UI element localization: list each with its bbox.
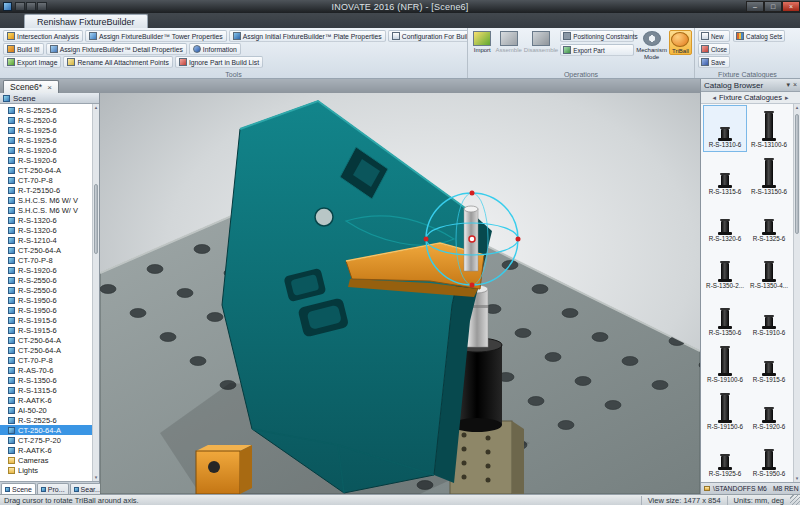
rename-all-attachment-points-button[interactable]: Rename All Attachment Points [63, 56, 172, 68]
tree-item-r-s-1210-4[interactable]: R-S-1210-4 [0, 235, 99, 245]
tree-item-r-s-1925-6[interactable]: R-S-1925-6 [0, 135, 99, 145]
tree-item-r-aatk-6[interactable]: R-AATK-6 [0, 445, 99, 455]
tree-item-ai-50-20[interactable]: AI-50-20 [0, 405, 99, 415]
tree-item-cameras[interactable]: Cameras [0, 455, 99, 465]
information-button[interactable]: Information [189, 43, 241, 55]
pin-icon[interactable]: ▾ [786, 81, 790, 89]
tab-scene[interactable]: Scene [1, 483, 36, 494]
tree-scrollbar[interactable]: ▴ ▾ [92, 104, 99, 481]
catalog-scroll-up-icon[interactable]: ▴ [794, 104, 800, 111]
tree-item-s-h-c-s-m6-w-v[interactable]: S.H.C.S. M6 W/ V [0, 205, 99, 215]
catalog-next-icon[interactable]: ▸ [785, 94, 789, 102]
catalog-scrollbar[interactable]: ▴ ▾ [793, 104, 800, 482]
viewport-3d[interactable] [100, 93, 700, 494]
catalog-item-r-s-1320-6[interactable]: R-S-1320-6 [703, 199, 747, 246]
tree-item-r-s-2525-6[interactable]: R-S-2525-6 [0, 105, 99, 115]
catalog-item-r-s-1915-6[interactable]: R-S-1915-6 [747, 340, 791, 387]
tab-properties[interactable]: Pro... [37, 483, 69, 494]
tree-item-ct-70-p-8[interactable]: CT-70-P-8 [0, 255, 99, 265]
catalog-sets-button[interactable]: Catalog Sets [733, 30, 785, 42]
tree-item-ct-250-64-a[interactable]: CT-250-64-A [0, 165, 99, 175]
save-button[interactable]: Save [698, 56, 730, 68]
tree-scrollbar-thumb[interactable] [94, 184, 98, 254]
assemble-button[interactable]: Assemble [496, 30, 522, 53]
tree-item-lights[interactable]: Lights [0, 465, 99, 475]
triball-button[interactable]: TriBall [669, 30, 692, 55]
triball-handle-right[interactable] [516, 237, 521, 242]
tree-item-s-h-c-s-m6-w-v[interactable]: S.H.C.S. M6 W/ V [0, 195, 99, 205]
tree-item-r-s-2550-6[interactable]: R-S-2550-6 [0, 275, 99, 285]
tree-item-r-t-25150-6[interactable]: R-T-25150-6 [0, 185, 99, 195]
tree-item-r-s-1350-6[interactable]: R-S-1350-6 [0, 375, 99, 385]
import-button[interactable]: Import [471, 30, 494, 53]
tree-item-r-s-1920-6[interactable]: R-S-1920-6 [0, 145, 99, 155]
tree-item-ct-70-p-8[interactable]: CT-70-P-8 [0, 355, 99, 365]
triball-handle-left[interactable] [424, 237, 429, 242]
tree-item-ct-275-p-20[interactable]: CT-275-P-20 [0, 435, 99, 445]
disassemble-button[interactable]: Disassemble [524, 30, 558, 53]
quick-access-button-2[interactable] [26, 2, 36, 11]
triball-center-handle[interactable] [469, 236, 475, 242]
catalog-prev-icon[interactable]: ◂ [713, 94, 717, 102]
assign-fixturebuilder-tower-properties-button[interactable]: Assign FixtureBuilder™ Tower Properties [85, 30, 227, 42]
tree-item-r-s-1315-6[interactable]: R-S-1315-6 [0, 385, 99, 395]
catalog-item-r-s-1315-6[interactable]: R-S-1315-6 [703, 152, 747, 199]
scroll-up-icon[interactable]: ▴ [93, 104, 99, 111]
riser-block[interactable] [450, 421, 524, 494]
tree-item-ct-250-64-a[interactable]: CT-250-64-A [0, 425, 99, 435]
tree-item-r-s-2525-6[interactable]: R-S-2525-6 [0, 415, 99, 425]
catalog-item-r-s-1950-6[interactable]: R-S-1950-6 [747, 434, 791, 481]
intersection-analysis-button[interactable]: Intersection Analysis [3, 30, 83, 42]
close-button[interactable]: × [782, 1, 800, 12]
catalog-tab-standoffs[interactable]: \STANDOFFS M6 [713, 485, 767, 492]
quick-access-button-3[interactable] [37, 2, 47, 11]
tab-scene6[interactable]: Scene6* × [3, 80, 59, 93]
tree-item-ct-250-64-a[interactable]: CT-250-64-A [0, 345, 99, 355]
tab-close-icon[interactable]: × [47, 83, 52, 92]
tree-item-r-s-2550-6[interactable]: R-S-2550-6 [0, 285, 99, 295]
scroll-down-icon[interactable]: ▾ [93, 474, 99, 481]
catalog-item-r-s-13100-6[interactable]: R-S-13100-6 [747, 105, 791, 152]
export-part-button[interactable]: Export Part [560, 44, 634, 56]
tree-item-r-s-1915-6[interactable]: R-S-1915-6 [0, 325, 99, 335]
tree-item-r-aatk-6[interactable]: R-AATK-6 [0, 395, 99, 405]
build-it-button[interactable]: Build It! [3, 43, 44, 55]
panel-close-icon[interactable]: × [793, 81, 797, 89]
configuration-for-build-instructions-button[interactable]: Configuration For Build Instructions [388, 30, 468, 42]
quick-access-button-1[interactable] [15, 2, 25, 11]
catalog-item-r-s-13150-6[interactable]: R-S-13150-6 [747, 152, 791, 199]
tree-item-r-s-2520-6[interactable]: R-S-2520-6 [0, 115, 99, 125]
triball-handle-bottom[interactable] [470, 283, 475, 288]
assign-fixturebuilder-detail-properties-button[interactable]: Assign FixtureBuilder™ Detail Properties [46, 43, 187, 55]
catalog-item-r-s-1310-6[interactable]: R-S-1310-6 [703, 105, 747, 152]
catalog-item-r-s-1920-6[interactable]: R-S-1920-6 [747, 387, 791, 434]
minimize-button[interactable]: – [746, 1, 764, 12]
catalog-tab-m8[interactable]: M8 REN [773, 485, 799, 492]
tree-item-ct-250-64-a[interactable]: CT-250-64-A [0, 335, 99, 345]
clamp-base-orange[interactable] [196, 445, 252, 494]
catalog-item-r-s-1350-4[interactable]: R-S-1350-4... [747, 246, 791, 293]
catalog-scroll-down-icon[interactable]: ▾ [794, 475, 800, 482]
tree-item-r-s-1925-6[interactable]: R-S-1925-6 [0, 125, 99, 135]
tree-item-ct-250-64-a[interactable]: CT-250-64-A [0, 245, 99, 255]
tree-item-ct-70-p-8[interactable]: CT-70-P-8 [0, 175, 99, 185]
catalog-item-r-s-1925-6[interactable]: R-S-1925-6 [703, 434, 747, 481]
catalog-item-r-s-1325-6[interactable]: R-S-1325-6 [747, 199, 791, 246]
tree-item-r-s-1915-6[interactable]: R-S-1915-6 [0, 315, 99, 325]
tree-item-r-as-70-6[interactable]: R-AS-70-6 [0, 365, 99, 375]
catalog-item-r-s-1350-6[interactable]: R-S-1350-6 [703, 293, 747, 340]
positioning-constraints-button[interactable]: Positioning Constraints [560, 30, 634, 42]
triball-handle-top[interactable] [470, 191, 475, 196]
tree-item-r-s-1920-6[interactable]: R-S-1920-6 [0, 265, 99, 275]
tree-item-r-s-1920-6[interactable]: R-S-1920-6 [0, 155, 99, 165]
catalog-item-r-s-1910-6[interactable]: R-S-1910-6 [747, 293, 791, 340]
catalog-item-r-s-19150-6[interactable]: R-S-19150-6 [703, 387, 747, 434]
resize-grip[interactable] [790, 495, 800, 505]
catalog-item-r-s-1350-2[interactable]: R-S-1350-2... [703, 246, 747, 293]
ignore-part-in-build-list-button[interactable]: Ignore Part in Build List [175, 56, 263, 68]
tree-item-r-s-1320-6[interactable]: R-S-1320-6 [0, 225, 99, 235]
assign-initial-fixturebuilder-plate-properties-button[interactable]: Assign Initial FixtureBuilder™ Plate Pro… [229, 30, 386, 42]
catalog-scrollbar-thumb[interactable] [795, 114, 799, 234]
tree-item-r-s-1320-6[interactable]: R-S-1320-6 [0, 215, 99, 225]
catalog-item-r-s-19100-6[interactable]: R-S-19100-6 [703, 340, 747, 387]
